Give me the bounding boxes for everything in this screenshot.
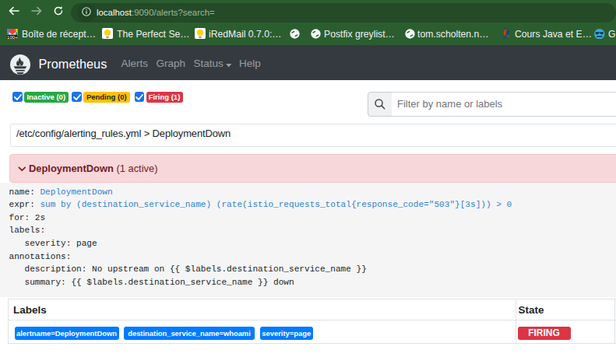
svg-text:100+: 100+ xyxy=(7,34,17,39)
